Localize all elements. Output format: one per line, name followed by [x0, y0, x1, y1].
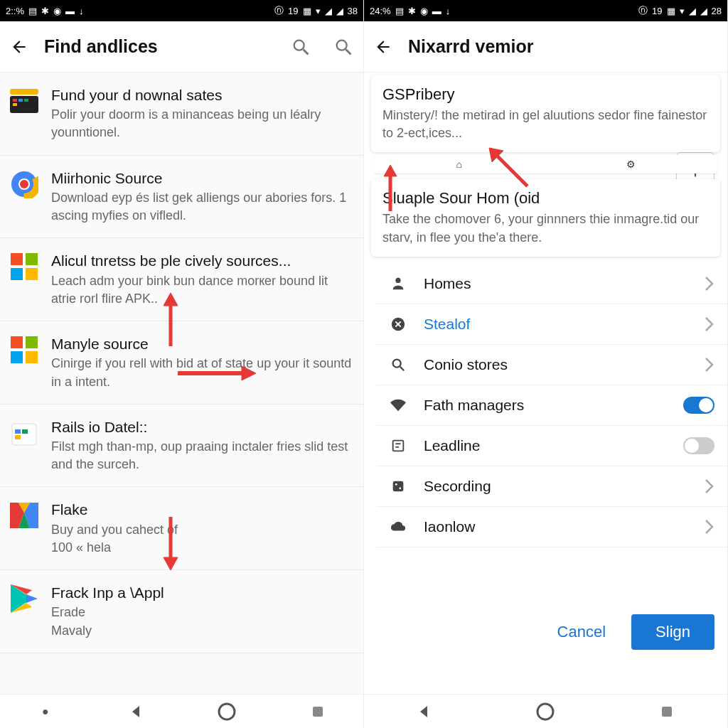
nav-recents[interactable]: [307, 701, 328, 722]
svg-rect-17: [26, 268, 38, 280]
setting-icon: [384, 357, 412, 373]
calendar-mini-icon: ▦: [667, 6, 675, 16]
item-desc: Polir your doorm is a minanceas being un…: [51, 106, 352, 141]
svg-rect-16: [11, 268, 23, 280]
list-item[interactable]: Frack Inp a \ApplEradeMavaly: [0, 570, 363, 653]
setting-label: Homes: [424, 275, 705, 292]
settings-item[interactable]: Fath managers: [377, 385, 727, 426]
camera-icon: ◉: [53, 6, 61, 16]
settings-item[interactable]: Iaonlow: [377, 507, 727, 547]
svg-rect-7: [18, 99, 23, 102]
nav-back[interactable]: [414, 701, 435, 722]
settings-item[interactable]: Homes: [377, 264, 727, 304]
svg-rect-25: [15, 435, 21, 439]
item-desc: Buy and you cahect of100 « hela: [51, 521, 352, 557]
search-icon[interactable]: [291, 37, 311, 57]
svg-point-2: [337, 40, 347, 50]
bluetooth-icon: ✱: [408, 6, 416, 16]
battery-rect-icon: ▬: [65, 6, 75, 16]
nav-home[interactable]: [216, 701, 237, 722]
toggle-switch[interactable]: [683, 397, 714, 414]
svg-rect-21: [26, 351, 38, 363]
signal2-icon: ◢: [336, 6, 343, 16]
settings-item[interactable]: Conio stores: [377, 345, 727, 385]
svg-rect-24: [22, 429, 28, 434]
svg-rect-42: [313, 707, 323, 717]
svg-point-47: [395, 278, 400, 283]
numeric-19-icon: 19: [288, 6, 298, 16]
signal-icon: ◢: [689, 6, 696, 16]
nav-bar: [364, 694, 727, 728]
chevron-right-icon: [705, 357, 714, 373]
setting-icon: [384, 316, 412, 332]
svg-line-50: [400, 367, 405, 371]
app-icon: [9, 583, 40, 614]
card-title: Sluaple Sour Hom (oid: [382, 189, 709, 208]
svg-marker-57: [420, 706, 427, 717]
page-title: Find andlices: [44, 36, 268, 57]
primary-button[interactable]: Slign: [631, 614, 714, 650]
setting-icon: [384, 276, 412, 291]
item-title: Manyle source: [51, 334, 352, 353]
app-bar: Find andlices: [0, 21, 363, 73]
setting-label: Conio stores: [424, 356, 705, 373]
list-item[interactable]: Manyle sourceCinirge if you rell with bi…: [0, 321, 363, 405]
toggle-switch[interactable]: [683, 437, 714, 454]
download-icon: ↓: [79, 6, 84, 16]
status-time: 24:%: [370, 6, 391, 16]
back-icon[interactable]: [10, 38, 28, 56]
cancel-button[interactable]: Cancel: [546, 616, 617, 648]
app-icon: [9, 168, 40, 200]
setting-icon: [384, 519, 412, 535]
app-icon: [9, 334, 40, 365]
nav-bar: ●: [0, 694, 363, 728]
nav-recents[interactable]: [656, 701, 678, 722]
svg-rect-20: [11, 351, 23, 363]
setting-label: Stealof: [424, 316, 705, 333]
setting-label: Leadline: [424, 437, 683, 454]
card-sluaple[interactable]: Sluaple Sour Hom (oid Take the chomover …: [371, 179, 720, 256]
back-icon[interactable]: [374, 38, 392, 56]
list-item[interactable]: FlakeBuy and you cahect of100 « hela: [0, 487, 363, 570]
item-desc: Download eyp és list gek alliengs our ab…: [51, 189, 352, 225]
setting-icon: [384, 478, 412, 494]
svg-marker-40: [132, 706, 139, 717]
peek-row: ⌂⚙: [374, 155, 717, 173]
search-icon-2[interactable]: [333, 37, 353, 57]
wifi-icon: ▾: [316, 6, 321, 16]
settings-item[interactable]: Secording: [377, 466, 727, 507]
svg-rect-14: [11, 253, 23, 265]
list-item[interactable]: Miirhonic SourceDownload eyp és list gek…: [0, 156, 363, 239]
nav-dot[interactable]: ●: [35, 701, 56, 722]
svg-marker-33: [26, 594, 38, 603]
card-desc: Minstery/! the metirad in gel aluutions …: [382, 107, 709, 142]
list-item[interactable]: Alicul tnretss be ple cively sources...L…: [0, 238, 363, 321]
setting-label: Secording: [424, 478, 705, 495]
app-icon: [9, 500, 40, 531]
setting-icon: [384, 397, 412, 413]
item-title: Flake: [51, 500, 352, 519]
svg-rect-23: [15, 429, 21, 434]
status-battery: 38: [348, 6, 358, 16]
item-desc: Leach adm your bink bun dance morкer bou…: [51, 272, 352, 308]
list-item[interactable]: Rails io Datel::Filst mgh than-mp, oup p…: [0, 405, 363, 488]
settings-item[interactable]: Leadline: [377, 426, 727, 466]
card-title: GSPribery: [382, 85, 709, 104]
list-item[interactable]: Fund your d nownal satesPolir your doorm…: [0, 73, 363, 156]
svg-point-58: [537, 704, 553, 719]
app-icon: [9, 85, 40, 117]
nav-home[interactable]: [535, 701, 556, 722]
card-gspribery[interactable]: GSPribery Minstery/! the metirad in gel …: [371, 75, 720, 152]
screen-left: 2::% ▤ ✱ ◉ ▬ ↓ ⓝ 19 ▦ ▾ ◢ ◢ 38 Find andl…: [0, 0, 364, 728]
chevron-right-icon: [705, 519, 714, 535]
download-icon: ↓: [446, 6, 451, 16]
card-desc: Take the chomover 6, your ginnners thie …: [382, 210, 709, 246]
chevron-right-icon: [705, 478, 714, 494]
setting-icon: [384, 438, 412, 454]
settings-item[interactable]: Stealof: [377, 304, 727, 345]
chevron-right-icon: [705, 276, 714, 291]
calendar-mini-icon: ▦: [303, 6, 311, 16]
nav-back[interactable]: [126, 701, 147, 722]
screen-right: 24:% ▤ ✱ ◉ ▬ ↓ ⓝ 19 ▦ ▾ ◢ ◢ 28 Nixarrd v…: [364, 0, 728, 728]
item-desc: Cinirge if you rell with bid at of state…: [51, 355, 352, 390]
